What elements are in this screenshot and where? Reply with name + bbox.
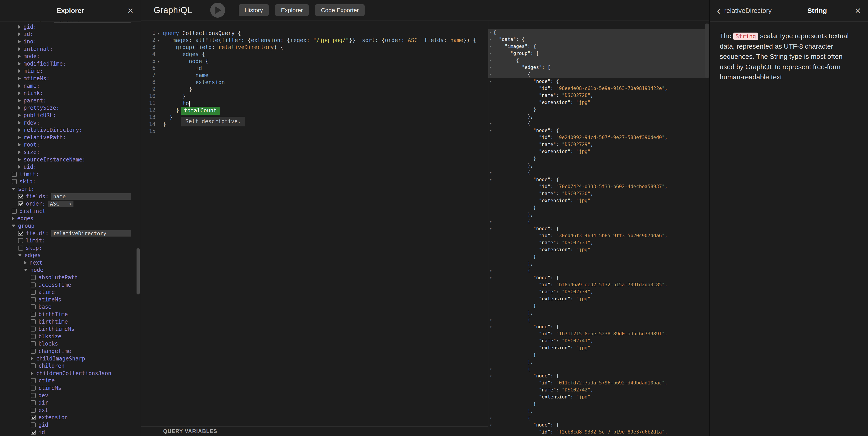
- field-checkbox[interactable]: [18, 245, 23, 251]
- field-checkbox[interactable]: [31, 341, 36, 346]
- field-checkbox[interactable]: [12, 209, 17, 214]
- explorer-row-relativePath[interactable]: relativePath:: [0, 134, 141, 141]
- history-button[interactable]: History: [239, 4, 269, 16]
- json-fold-icon[interactable]: ▾: [488, 71, 493, 78]
- explorer-row-childImageSharp[interactable]: childImageSharp: [0, 355, 141, 362]
- expand-arrow-icon[interactable]: [18, 62, 21, 65]
- expand-arrow-icon[interactable]: [18, 150, 21, 154]
- explorer-row-publicURL[interactable]: publicURL:: [0, 112, 141, 119]
- expand-arrow-icon[interactable]: [18, 40, 21, 43]
- explorer-row-limit[interactable]: limit:: [0, 237, 141, 244]
- explorer-row-ctimeMs[interactable]: ctimeMs: [0, 384, 141, 392]
- field-checkbox[interactable]: [31, 400, 36, 405]
- expand-arrow-icon[interactable]: [18, 55, 21, 58]
- fold-arrow-icon[interactable]: ▾: [156, 58, 161, 65]
- json-fold-icon[interactable]: ▾: [488, 169, 493, 176]
- explorer-row-node[interactable]: node: [0, 266, 141, 274]
- json-fold-icon[interactable]: ▾: [488, 36, 493, 43]
- field-checkbox[interactable]: [31, 312, 36, 317]
- editor-gutter[interactable]: 1▾2▾345▾6789101112131415: [141, 21, 161, 426]
- json-fold-icon[interactable]: ▾: [488, 57, 493, 64]
- field-checkbox-checked[interactable]: [31, 415, 36, 420]
- query-editor[interactable]: 1▾2▾345▾6789101112131415 totalCount Self…: [141, 21, 488, 426]
- json-fold-icon[interactable]: ▾: [488, 29, 493, 36]
- json-fold-icon[interactable]: ▾: [488, 50, 493, 57]
- explorer-row-absolutePath[interactable]: absolutePath: [0, 274, 141, 281]
- docs-back-icon[interactable]: ‹: [717, 6, 721, 15]
- expand-arrow-icon[interactable]: [18, 77, 21, 80]
- collapse-arrow-icon[interactable]: [24, 269, 28, 271]
- explorer-row-accessTime[interactable]: accessTime: [0, 281, 141, 289]
- field-checkbox[interactable]: [31, 349, 36, 354]
- explorer-close-icon[interactable]: ×: [127, 6, 133, 16]
- field-checkbox[interactable]: [31, 304, 36, 309]
- explorer-row-sort[interactable]: sort:: [0, 185, 141, 193]
- field-checkbox[interactable]: [31, 385, 36, 390]
- explorer-row-order[interactable]: order:ASC▾: [0, 200, 141, 208]
- explorer-row-prettySize[interactable]: prettySize:: [0, 104, 141, 112]
- expand-arrow-icon[interactable]: [24, 261, 27, 265]
- field-checkbox[interactable]: [31, 319, 36, 324]
- autocomplete-item-totalcount[interactable]: totalCount: [181, 107, 220, 115]
- field-checkbox-checked[interactable]: [31, 430, 36, 435]
- explorer-row-root[interactable]: root:: [0, 141, 141, 149]
- field-checkbox[interactable]: [12, 179, 17, 184]
- json-fold-icon[interactable]: ▾: [488, 366, 493, 373]
- explorer-row-base[interactable]: base: [0, 303, 141, 311]
- explorer-row-childrenCollectionsJson[interactable]: childrenCollectionsJson: [0, 370, 141, 377]
- explorer-row-fields[interactable]: fields:: [0, 193, 141, 200]
- explorer-toggle-button[interactable]: Explorer: [275, 4, 309, 16]
- explorer-row-mtimeMs[interactable]: mtimeMs:: [0, 75, 141, 82]
- expand-arrow-icon[interactable]: [18, 99, 21, 103]
- query-variables-bar[interactable]: QUERY VARIABLES: [141, 426, 488, 436]
- json-fold-icon[interactable]: ▾: [488, 176, 493, 183]
- expand-arrow-icon[interactable]: [18, 158, 21, 162]
- field-checkbox-checked[interactable]: [18, 201, 23, 206]
- explorer-scrollbar[interactable]: [136, 248, 140, 294]
- explorer-row-blocks[interactable]: blocks: [0, 340, 141, 348]
- field-value-input[interactable]: [51, 230, 131, 236]
- code-exporter-button[interactable]: Code Exporter: [315, 4, 365, 16]
- explorer-row-edges[interactable]: edges: [0, 252, 141, 259]
- field-checkbox[interactable]: [12, 172, 17, 177]
- json-fold-icon[interactable]: ▾: [488, 120, 493, 127]
- expand-arrow-icon[interactable]: [18, 128, 21, 132]
- json-fold-icon[interactable]: ▾: [488, 267, 493, 274]
- explorer-row-extension[interactable]: extension: [0, 414, 141, 421]
- expand-arrow-icon[interactable]: [31, 357, 33, 360]
- field-checkbox[interactable]: [18, 238, 23, 243]
- field-checkbox[interactable]: [31, 423, 36, 428]
- field-checkbox[interactable]: [31, 393, 36, 398]
- explorer-row-field[interactable]: field*:: [0, 230, 141, 237]
- expand-arrow-icon[interactable]: [18, 143, 21, 147]
- field-checkbox[interactable]: [31, 334, 36, 339]
- expand-arrow-icon[interactable]: [31, 372, 33, 375]
- field-checkbox[interactable]: [31, 283, 36, 287]
- collapse-arrow-icon[interactable]: [12, 188, 16, 191]
- explorer-row-edges[interactable]: edges: [0, 215, 141, 222]
- explorer-row-nlink[interactable]: nlink:: [0, 90, 141, 97]
- explorer-row-internal[interactable]: internal:: [0, 45, 141, 53]
- regex-value-input[interactable]: [54, 22, 131, 23]
- explorer-row-relativeDirectory[interactable]: relativeDirectory:: [0, 126, 141, 134]
- field-checkbox[interactable]: [31, 290, 36, 295]
- explorer-row-changeTime[interactable]: changeTime: [0, 348, 141, 355]
- explorer-row-ctime[interactable]: ctime: [0, 377, 141, 384]
- json-fold-icon[interactable]: ▾: [488, 78, 493, 85]
- explorer-row-group[interactable]: group: [0, 222, 141, 230]
- explorer-row-birthTime[interactable]: birthTime: [0, 311, 141, 318]
- explorer-row-limit[interactable]: limit:: [0, 171, 141, 178]
- expand-arrow-icon[interactable]: [18, 91, 21, 95]
- fold-arrow-icon[interactable]: ▾: [156, 30, 161, 37]
- explorer-row-sourceInstanceName[interactable]: sourceInstanceName:: [0, 156, 141, 163]
- field-checkbox[interactable]: [31, 326, 36, 331]
- explorer-row-dev[interactable]: dev: [0, 392, 141, 399]
- field-checkbox[interactable]: [31, 378, 36, 383]
- json-fold-icon[interactable]: ▾: [488, 218, 493, 225]
- explorer-tree[interactable]: regex:gid:id:ino:internal:mode:modifiedT…: [0, 22, 141, 436]
- docs-back-label[interactable]: relativeDirectory: [724, 7, 772, 14]
- field-checkbox[interactable]: [31, 408, 36, 413]
- explorer-row-ino[interactable]: ino:: [0, 38, 141, 46]
- expand-arrow-icon[interactable]: [18, 136, 21, 139]
- expand-arrow-icon[interactable]: [12, 216, 14, 220]
